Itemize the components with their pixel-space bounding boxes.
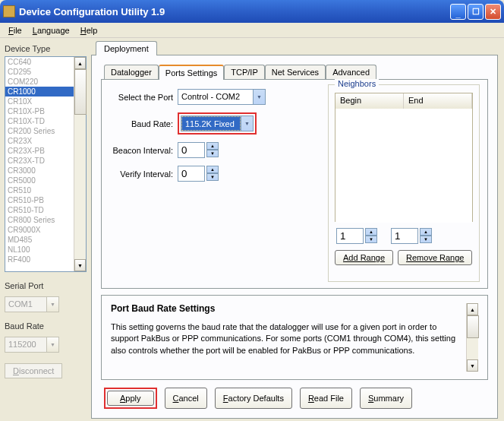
chevron-down-icon[interactable]: ▼ [46,337,58,352]
remove-range-button[interactable]: Remove Range [398,250,472,265]
baud-rate-left-combo[interactable]: 115200 ▼ [5,337,59,353]
read-file-button[interactable]: Read File [300,388,352,409]
device-list-scrollbar[interactable]: ▲ ▼ [74,57,86,271]
menu-bar: File Language Help [0,23,504,38]
summary-button[interactable]: Summary [360,388,412,409]
spin-up-icon[interactable]: ▲ [206,166,219,173]
scroll-thumb[interactable] [74,69,87,115]
device-item[interactable]: CR510-PB [5,195,74,205]
range-end-spinner[interactable]: ▲ ▼ [391,228,432,244]
chevron-down-icon[interactable]: ▼ [241,116,253,131]
tab-deployment[interactable]: Deployment [96,41,157,55]
serial-port-value: COM1 [5,297,46,312]
device-item[interactable]: NL100 [5,245,74,255]
spin-up-icon[interactable]: ▲ [365,228,377,236]
serial-port-label: Serial Port [5,281,87,290]
device-item[interactable]: CR10X [5,97,74,106]
range-begin-spinner[interactable]: ▲ ▼ [336,228,377,244]
apply-highlighted: Apply [104,388,157,409]
menu-language[interactable]: Language [27,24,75,36]
sub-tab-net-services[interactable]: Net Services [265,65,326,80]
sub-tab-tcp-ip[interactable]: TCP/IP [224,65,264,80]
spin-down-icon[interactable]: ▼ [206,173,219,181]
apply-button[interactable]: Apply [107,391,154,406]
spin-up-icon[interactable]: ▲ [420,228,432,236]
verify-interval-spinner[interactable]: ▲ ▼ [178,166,219,182]
serial-port-combo[interactable]: COM1 ▼ [5,296,59,312]
chevron-down-icon[interactable]: ▼ [46,297,58,312]
verify-interval-input[interactable] [178,166,205,182]
device-item[interactable]: CR23X-PB [5,146,74,156]
spin-up-icon[interactable]: ▲ [206,142,219,150]
select-port-combo[interactable]: Control - COM2 ▼ [178,89,266,105]
device-item[interactable]: CR5000 [5,176,74,185]
sub-tab-advanced[interactable]: Advanced [326,65,376,80]
maximize-button[interactable]: ☐ [468,4,484,20]
device-item[interactable]: RF400 [5,255,74,264]
device-item[interactable]: CD295 [5,67,74,77]
column-begin[interactable]: Begin [335,93,404,109]
info-title: Port Baud Rate Settings [111,303,460,314]
device-item[interactable]: CR23X [5,136,74,146]
device-item[interactable]: CR1000 [5,87,74,97]
device-item[interactable]: CR200 Series [5,126,74,136]
neighbors-fieldset: Neighbors Begin End ▲ ▼ [328,84,480,282]
window-title: Device Configuration Utility 1.9 [19,6,450,17]
device-item[interactable]: CR23X-TD [5,156,74,166]
range-begin-input[interactable] [336,228,364,244]
device-item[interactable]: CR3000 [5,166,74,176]
device-item[interactable]: CR9000X [5,225,74,235]
sub-tab-ports-settings[interactable]: Ports Settings [159,65,224,80]
spin-down-icon[interactable]: ▼ [420,236,432,243]
baud-rate-left-value: 115200 [5,337,46,352]
device-type-label: Device Type [5,44,87,53]
device-item[interactable]: MD485 [5,235,74,245]
scroll-up-icon[interactable]: ▲ [467,303,478,315]
device-item[interactable]: CR510-TD [5,205,74,215]
scroll-up-icon[interactable]: ▲ [74,57,86,69]
title-bar: Device Configuration Utility 1.9 _ ☐ ✕ [0,0,504,23]
select-port-value: Control - COM2 [178,90,253,104]
column-end[interactable]: End [404,93,472,109]
app-icon [3,5,15,17]
add-range-button[interactable]: Add Range [335,250,393,265]
baud-rate-value: 115.2K Fixed [181,116,241,131]
neighbors-table-body[interactable] [335,109,472,223]
baud-rate-combo[interactable]: 115.2K Fixed ▼ [181,116,254,131]
chevron-down-icon[interactable]: ▼ [253,90,265,104]
scroll-down-icon[interactable]: ▼ [74,259,86,271]
close-button[interactable]: ✕ [485,4,501,20]
device-item[interactable]: CR510 [5,185,74,195]
device-item[interactable]: CR10X-PB [5,106,74,116]
factory-defaults-button[interactable]: Factory Defaults [215,388,292,409]
neighbors-table: Begin End [335,93,473,222]
info-text: This setting governs the baud rate that … [111,321,460,356]
beacon-interval-input[interactable] [178,142,205,158]
neighbors-legend: Neighbors [335,79,379,88]
beacon-interval-label: Beacon Interval: [108,146,178,155]
baud-rate-highlighted: 115.2K Fixed ▼ [178,112,257,135]
info-panel: Port Baud Rate Settings This setting gov… [101,295,488,380]
baud-rate-label: Baud Rate: [108,119,178,128]
device-item[interactable]: CR800 Series [5,215,74,225]
menu-file[interactable]: File [3,24,27,36]
scroll-down-icon[interactable]: ▼ [467,359,478,372]
device-type-list[interactable]: CC640CD295COM220CR1000CR10XCR10X-PBCR10X… [5,56,87,272]
device-item[interactable]: COM220 [5,77,74,87]
scroll-thumb[interactable] [467,315,479,338]
disconnect-button: Disconnect [5,363,62,378]
minimize-button[interactable]: _ [450,4,466,20]
select-port-label: Select the Port [108,93,178,102]
baud-rate-left-label: Baud Rate [5,321,87,331]
verify-interval-label: Verify Interval: [108,169,178,179]
range-end-input[interactable] [391,228,418,244]
cancel-button[interactable]: Cancel [165,388,207,409]
spin-down-icon[interactable]: ▼ [365,236,377,243]
menu-help[interactable]: Help [75,24,103,36]
beacon-interval-spinner[interactable]: ▲ ▼ [178,142,219,158]
device-item[interactable]: CC640 [5,57,74,67]
spin-down-icon[interactable]: ▼ [206,150,219,157]
sub-tab-datalogger[interactable]: Datalogger [104,65,159,80]
device-item[interactable]: CR10X-TD [5,116,74,126]
info-scrollbar[interactable]: ▲ ▼ [466,303,478,372]
